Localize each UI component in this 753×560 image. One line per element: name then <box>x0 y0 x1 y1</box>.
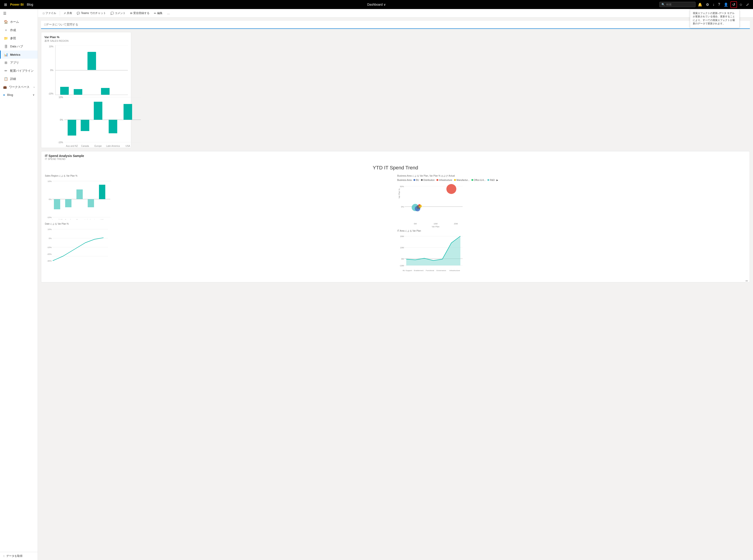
svg-text:0%: 0% <box>49 237 52 240</box>
svg-text:10%: 10% <box>47 228 52 231</box>
svg-text:10M: 10M <box>433 223 437 225</box>
sidebar-section-blog[interactable]: ● Blog ∨ <box>0 91 38 99</box>
account-icon[interactable]: 👤 <box>723 2 730 8</box>
get-data-button[interactable]: ↑ データを取得 <box>0 552 38 560</box>
home-icon: 🏠 <box>4 20 8 24</box>
fullscreen-icon[interactable]: ⤢ <box>745 2 750 8</box>
subscribe-button[interactable]: ✉ 受信登録する <box>128 11 151 16</box>
qa-bar[interactable]: □データについて質問する <box>41 21 750 29</box>
refresh-button[interactable]: ↺ <box>730 1 737 8</box>
content-area: □データについて質問する Var Plan % 基準 SALES REGION … <box>38 18 753 560</box>
svg-text:Europe: Europe <box>76 219 83 219</box>
share-button[interactable]: ↗ 共有 <box>62 11 74 16</box>
bar-latam <box>101 88 109 95</box>
search-icon: 🔍 <box>662 3 665 6</box>
sidebar-label-apps: アプリ <box>10 61 19 65</box>
var-plan-title: Var Plan % <box>44 35 128 39</box>
sidebar-item-home[interactable]: 🏠 ホーム <box>0 18 38 26</box>
share-icon: ↗ <box>64 12 66 15</box>
svg-text:Var Plan %: Var Plan % <box>398 188 401 198</box>
teams-icon: 💬 <box>77 12 80 15</box>
subscribe-icon: ✉ <box>130 12 133 15</box>
comment-button[interactable]: 💭 コメント <box>109 11 127 16</box>
apps-icon: ⊞ <box>4 61 8 65</box>
file-button[interactable]: □ ファイル <box>41 11 58 16</box>
main-layout: ☰ 🏠 ホーム ＋ 作成 📁 参照 🗄 Data ハブ 📊 Metrics ⊞ … <box>0 9 753 560</box>
svg-text:10M: 10M <box>400 246 404 249</box>
scatter-title: Business Area による Var Plan, Var Plan % お… <box>397 174 746 178</box>
app-name: Blog <box>27 3 33 6</box>
sidebar-label-datahub: Data ハブ <box>10 44 23 48</box>
toolbar: □ ファイル ↗ 共有 💬 Teams でのチャット 💭 コメント ✉ 受信登録… <box>38 9 753 18</box>
svg-text:-20%: -20% <box>47 253 52 255</box>
svg-rect-23 <box>65 199 72 207</box>
favorite-icon[interactable]: ☆ <box>738 2 744 8</box>
svg-point-54 <box>418 204 421 206</box>
teams-chat-button[interactable]: 💬 Teams でのチャット <box>75 11 108 16</box>
svg-text:20M: 20M <box>400 235 404 238</box>
scroll-indicator: ▬ <box>746 279 748 282</box>
workspace-icon: 💼 <box>3 85 7 89</box>
details-icon: 📋 <box>4 77 8 81</box>
search-box[interactable]: 🔍 <box>659 2 695 7</box>
it-spend-card: IT Spend Analysis Sample IT SPEND TREND … <box>41 151 750 282</box>
scatter-svg: 50% 0% Var Plan % <box>397 183 746 228</box>
line-chart-title: Date による Var Plan % <box>45 222 394 225</box>
datahub-icon: 🗄 <box>4 45 8 48</box>
sidebar-item-datahub[interactable]: 🗄 Data ハブ <box>0 42 38 51</box>
browse-icon: 📁 <box>4 36 8 40</box>
sidebar-bottom: ↑ データを取得 <box>0 552 38 560</box>
title-chevron: ∨ <box>384 3 386 6</box>
svg-text:Canada: Canada <box>65 219 72 219</box>
sidebar-item-create[interactable]: ＋ 作成 <box>0 26 38 34</box>
sidebar-item-apps[interactable]: ⊞ アプリ <box>0 59 38 67</box>
sidebar-toggle[interactable]: ☰ <box>0 9 38 18</box>
svg-rect-22 <box>54 199 60 209</box>
workspace-chevron: › <box>34 86 35 88</box>
sidebar: ☰ 🏠 ホーム ＋ 作成 📁 参照 🗄 Data ハブ 📊 Metrics ⊞ … <box>0 9 38 560</box>
svg-rect-6 <box>68 120 76 136</box>
var-plan-subtitle: 基準 SALES REGION <box>44 39 128 43</box>
download-icon[interactable]: ↓ <box>711 2 716 7</box>
sidebar-item-metrics[interactable]: 📊 Metrics <box>0 51 38 59</box>
qa-placeholder: □データについて質問する <box>44 23 78 27</box>
svg-rect-24 <box>77 189 83 199</box>
svg-text:Aus and NZ: Aus and NZ <box>66 145 78 147</box>
sidebar-item-details[interactable]: 📋 詳細 <box>0 75 38 83</box>
workspace-left: 💼 ワークスペース <box>3 85 29 89</box>
bar-group-canada <box>71 81 85 95</box>
sidebar-item-browse[interactable]: 📁 参照 <box>0 34 38 42</box>
sidebar-label-home: ホーム <box>10 20 19 24</box>
bar-europe <box>87 52 96 70</box>
charts-row: Sales Region による Var Plan % 10% 0% -10% <box>45 174 746 275</box>
svg-text:10%: 10% <box>47 180 52 182</box>
sidebar-label-browse: 参照 <box>10 36 16 40</box>
more-button[interactable]: … <box>165 11 171 16</box>
blog-left: ● Blog <box>3 93 13 97</box>
bar-ausnz <box>60 87 69 95</box>
more-icon: … <box>167 12 170 15</box>
svg-text:Var Plan: Var Plan <box>432 225 440 228</box>
scrollbar-area[interactable]: ▬ <box>41 279 750 282</box>
sidebar-label-workspace: ワークスペース <box>9 85 29 89</box>
sidebar-item-pipelines[interactable]: ✏ 配置パイプライン <box>0 67 38 75</box>
search-input[interactable] <box>666 3 693 6</box>
legend-business-area: Business Area <box>397 179 412 181</box>
dashboard-title[interactable]: Dashboard ∨ <box>367 3 386 6</box>
refresh-tooltip: 視覚エフェクトの更新–データ モデルが更新されている場合、更新することにより、す… <box>690 9 739 28</box>
svg-text:10%: 10% <box>59 96 63 99</box>
svg-text:20M: 20M <box>454 223 458 225</box>
pipelines-icon: ✏ <box>4 69 8 73</box>
svg-text:0M: 0M <box>401 258 404 260</box>
app-grid-icon[interactable]: ⊞ <box>3 2 8 8</box>
svg-text:BU Support: BU Support <box>403 269 412 272</box>
get-data-icon: ↑ <box>3 555 4 558</box>
settings-icon[interactable]: ⚙ <box>705 2 710 8</box>
notifications-icon[interactable]: 🔔 <box>696 2 704 8</box>
sidebar-section-workspace[interactable]: 💼 ワークスペース › <box>0 83 38 91</box>
bar-canada <box>74 89 82 95</box>
small-bar-title: Sales Region による Var Plan % <box>45 174 394 178</box>
edit-button[interactable]: ✏ 編集 <box>152 11 164 16</box>
right-side: □ ファイル ↗ 共有 💬 Teams でのチャット 💭 コメント ✉ 受信登録… <box>38 9 753 560</box>
help-icon[interactable]: ? <box>717 2 721 7</box>
